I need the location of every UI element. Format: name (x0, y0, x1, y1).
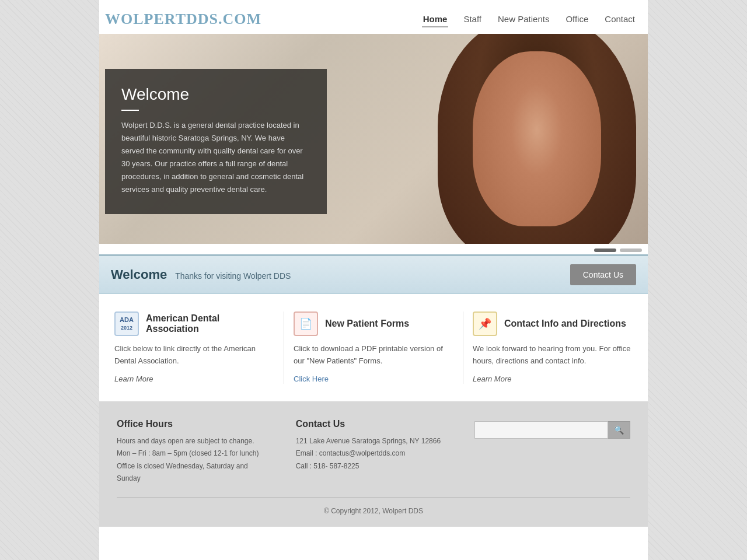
ada-column: ADA2012 American Dental Association Clic… (105, 312, 284, 384)
footer-copyright: © Copyright 2012, Wolpert DDS (117, 497, 630, 515)
slider-dot-1[interactable] (594, 249, 616, 252)
footer-email-value: contactus@wolpertdds.com (319, 449, 406, 457)
pdf-icon: 📄 (294, 312, 318, 336)
footer-top: Office Hours Hours and days open are sub… (117, 419, 630, 485)
hero-section: Welcome Wolpert D.D.S. is a general dent… (99, 34, 648, 244)
ada-icon-text: ADA2012 (120, 316, 134, 331)
ada-learn-more[interactable]: Learn More (114, 374, 153, 383)
search-button[interactable]: 🔍 (608, 421, 630, 439)
hero-overlay: Welcome Wolpert D.D.S. is a general dent… (105, 69, 327, 214)
nav-new-patients[interactable]: New Patients (497, 12, 550, 27)
ada-icon: ADA2012 (114, 312, 139, 336)
slider-dot-2[interactable] (620, 249, 642, 252)
footer-email-label: Email : (296, 449, 317, 457)
footer-office-hours: Office Hours Hours and days open are sub… (117, 419, 273, 485)
nav-office[interactable]: Office (564, 12, 589, 27)
ada-header: ADA2012 American Dental Association (114, 312, 274, 336)
office-hours-heading: Office Hours (117, 419, 273, 429)
search-input[interactable] (474, 421, 608, 439)
office-hours-line-3: Office is closed Wednesday, Saturday and… (117, 460, 273, 485)
site-logo[interactable]: WOLPERTDDS.COM (105, 10, 261, 28)
search-box: 🔍 (474, 421, 630, 439)
nav-contact[interactable]: Contact (603, 12, 636, 27)
footer-contact-heading: Contact Us (296, 419, 452, 429)
hero-title: Welcome (121, 85, 309, 104)
copyright-text: © Copyright 2012, Wolpert DDS (324, 507, 423, 515)
hero-skin-decoration (473, 51, 601, 226)
header: WOLPERTDDS.COM Home Staff New Patients O… (99, 0, 648, 34)
footer-address: 121 Lake Avenue Saratoga Springs, NY 128… (296, 435, 452, 448)
office-hours-line-1: Hours and days open are subject to chang… (117, 435, 273, 448)
contact-column: 📌 Contact Info and Directions We look fo… (463, 312, 642, 384)
banner-text: Welcome Thanks for visiting Wolpert DDS (111, 267, 291, 282)
footer-contact: Contact Us 121 Lake Avenue Saratoga Spri… (296, 419, 452, 485)
hero-body: Wolpert D.D.S. is a general dental pract… (121, 119, 309, 197)
welcome-banner: Welcome Thanks for visiting Wolpert DDS … (99, 254, 648, 294)
footer-search-area: 🔍 (474, 419, 630, 485)
ada-body: Click below to link directly ot the Amer… (114, 343, 274, 368)
nav-staff[interactable]: Staff (462, 12, 483, 27)
footer-phone: Call : 518- 587-8225 (296, 460, 452, 473)
pdf-click-here[interactable]: Click Here (294, 374, 329, 383)
slider-dots (99, 244, 648, 254)
main-nav: Home Staff New Patients Office Contact (422, 12, 636, 27)
footer-phone-value: 518- 587-8225 (313, 462, 359, 470)
nav-home[interactable]: Home (422, 12, 449, 27)
contact-body: We look forward to hearing from you. For… (473, 343, 633, 368)
map-icon: 📌 (473, 312, 497, 336)
banner-subtext: Thanks for visiting Wolpert DDS (175, 271, 291, 281)
hero-divider (121, 110, 139, 111)
pdf-title: New Patient Forms (325, 318, 409, 329)
three-column-section: ADA2012 American Dental Association Clic… (99, 312, 648, 401)
ada-title: American Dental Association (146, 313, 274, 334)
contact-title: Contact Info and Directions (504, 318, 626, 329)
pdf-icon-symbol: 📄 (299, 317, 312, 330)
map-icon-symbol: 📌 (479, 317, 491, 330)
footer-email: Email : contactus@wolpertdds.com (296, 447, 452, 460)
contact-us-button[interactable]: Contact Us (570, 264, 636, 285)
banner-heading: Welcome (111, 267, 167, 282)
pdf-header: 📄 New Patient Forms (294, 312, 453, 336)
footer-phone-label: Call : (296, 462, 312, 470)
pdf-body: Click to download a PDF printable versio… (294, 343, 453, 368)
footer: Office Hours Hours and days open are sub… (99, 401, 648, 527)
pdf-column: 📄 New Patient Forms Click to download a … (284, 312, 463, 384)
office-hours-line-2: Mon – Fri : 8am – 5pm (closed 12-1 for l… (117, 447, 273, 460)
contact-header: 📌 Contact Info and Directions (473, 312, 633, 336)
contact-learn-more[interactable]: Learn More (473, 374, 511, 383)
